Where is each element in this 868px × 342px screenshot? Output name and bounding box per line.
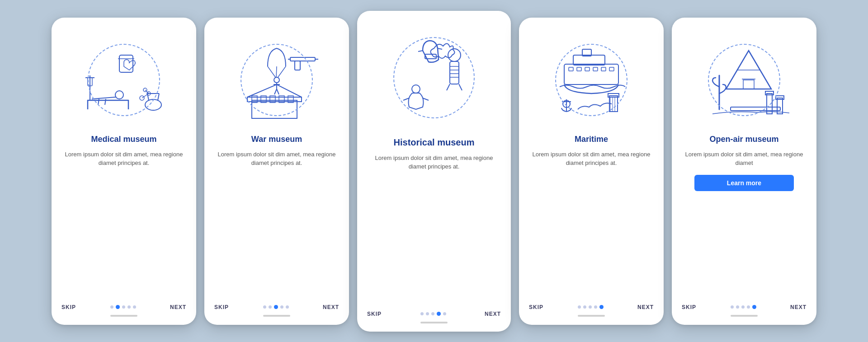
dot-2	[116, 305, 120, 309]
historical-bottom-nav: SKIP NEXT	[367, 307, 501, 317]
dot-1	[420, 312, 424, 315]
war-bottom-nav: SKIP NEXT	[214, 300, 339, 310]
maritime-bottom-bar	[578, 315, 605, 317]
maritime-bottom-nav: SKIP NEXT	[529, 300, 654, 310]
illustration-historical	[380, 23, 488, 132]
dot-4	[127, 305, 131, 309]
war-title: War museum	[251, 134, 302, 145]
historical-dots	[420, 312, 446, 316]
learn-more-button[interactable]: Learn more	[694, 175, 794, 191]
dot-4	[280, 305, 283, 309]
historical-bottom-bar	[420, 322, 448, 323]
dot-2	[269, 305, 272, 309]
dot-2	[736, 305, 739, 309]
dashed-circle-medical	[88, 44, 160, 116]
dot-5	[599, 305, 604, 309]
medical-desc: Lorem ipsum dolor sit dim amet, mea regi…	[61, 150, 186, 168]
dot-3	[122, 305, 125, 309]
medical-skip-btn[interactable]: SKIP	[61, 304, 76, 310]
maritime-dots	[578, 305, 604, 309]
medical-bottom-bar	[110, 315, 137, 317]
dashed-circle-war	[241, 44, 313, 116]
svg-rect-75	[777, 98, 783, 114]
openair-title: Open-air museum	[709, 134, 778, 145]
phone-screen-medical: Medical museum Lorem ipsum dolor sit dim…	[52, 18, 196, 325]
dot-4	[747, 305, 750, 309]
dot-1	[578, 305, 581, 309]
dot-3	[741, 305, 745, 309]
phone-screen-war: War museum Lorem ipsum dolor sit dim ame…	[204, 18, 349, 325]
openair-bottom-nav: SKIP NEXT	[682, 300, 807, 310]
dot-2	[426, 312, 429, 315]
historical-skip-btn[interactable]: SKIP	[367, 311, 382, 317]
dot-1	[731, 305, 734, 309]
phone-screen-openair: Open-air museum Lorem ipsum dolor sit di…	[672, 18, 816, 325]
dot-1	[263, 305, 266, 309]
openair-desc: Lorem ipsum dolor sit dim amet, mea regi…	[682, 150, 807, 168]
medical-dots	[110, 305, 136, 309]
dot-5	[286, 305, 289, 309]
maritime-skip-btn[interactable]: SKIP	[529, 304, 543, 310]
illustration-openair	[694, 30, 794, 130]
dashed-circle-openair	[708, 44, 780, 116]
dot-1	[110, 305, 113, 309]
dot-4	[437, 312, 441, 316]
phone-screen-historical: Historical museum Lorem ipsum dolor sit …	[357, 11, 511, 332]
war-bottom-bar	[263, 315, 290, 317]
illustration-war	[227, 30, 326, 130]
maritime-next-btn[interactable]: NEXT	[637, 304, 654, 310]
openair-dots	[731, 305, 756, 309]
openair-next-btn[interactable]: NEXT	[790, 304, 807, 310]
historical-title: Historical museum	[394, 136, 475, 148]
war-dots	[263, 305, 289, 309]
historical-desc: Lorem ipsum dolor sit dim amet, mea regi…	[367, 154, 501, 171]
dot-3	[274, 305, 278, 309]
svg-line-12	[158, 94, 159, 100]
phone-screen-maritime: Maritime Lorem ipsum dolor sit dim amet,…	[519, 18, 664, 325]
illustration-medical	[74, 30, 174, 130]
war-next-btn[interactable]: NEXT	[323, 304, 339, 310]
openair-bottom-bar	[731, 315, 758, 317]
war-skip-btn[interactable]: SKIP	[214, 304, 229, 310]
illustration-maritime	[542, 30, 641, 130]
dot-2	[583, 305, 586, 309]
maritime-desc: Lorem ipsum dolor sit dim amet, mea regi…	[529, 150, 654, 168]
dashed-circle-maritime	[555, 44, 627, 116]
dot-5	[443, 312, 446, 315]
dot-5	[133, 305, 136, 309]
medical-title: Medical museum	[91, 134, 156, 145]
dot-3	[431, 312, 434, 315]
maritime-title: Maritime	[575, 134, 608, 145]
dot-3	[589, 305, 592, 309]
screens-container: Medical museum Lorem ipsum dolor sit dim…	[52, 11, 816, 332]
war-desc: Lorem ipsum dolor sit dim amet, mea regi…	[214, 150, 339, 168]
medical-next-btn[interactable]: NEXT	[170, 304, 186, 310]
dashed-circle-historical	[393, 37, 475, 118]
historical-next-btn[interactable]: NEXT	[485, 311, 501, 317]
medical-bottom-nav: SKIP NEXT	[61, 300, 186, 310]
dot-4	[594, 305, 597, 309]
dot-5	[752, 305, 756, 309]
openair-skip-btn[interactable]: SKIP	[682, 304, 696, 310]
